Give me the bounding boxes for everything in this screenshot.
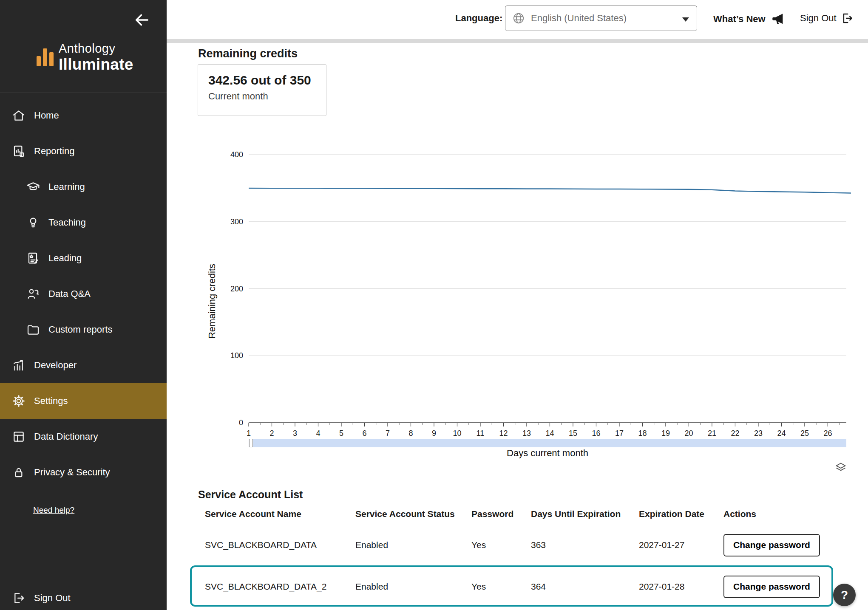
svg-text:2: 2 [269, 429, 274, 438]
language-selected-value: English (United States) [531, 13, 627, 24]
language-label: Language: [455, 13, 502, 24]
svg-text:16: 16 [592, 429, 600, 438]
folder-icon [26, 322, 41, 337]
chart-range-handle[interactable] [249, 439, 253, 447]
table-row: SVC_BLACKBOARD_DATA Enabled Yes 363 2027… [198, 524, 846, 566]
svg-text:7: 7 [386, 429, 390, 438]
app-window: Anthology Illuminate Home Reporting [0, 0, 868, 610]
sidebar-item-label: Home [34, 110, 59, 121]
sidebar-item-label: Data Dictionary [34, 431, 98, 442]
header-sign-out-button[interactable]: Sign Out [800, 12, 854, 25]
need-help-link[interactable]: Need help? [33, 506, 74, 515]
svg-text:6: 6 [362, 429, 366, 438]
sidebar-sign-out-button[interactable]: Sign Out [0, 580, 167, 610]
col-header-name: Service Account Name [198, 509, 349, 519]
remaining-credits-heading: Remaining credits [198, 47, 298, 60]
cell-account-name: SVC_BLACKBOARD_DATA [198, 540, 349, 550]
svg-text:11: 11 [477, 429, 485, 438]
document-star-icon [26, 251, 41, 266]
cell-expiration: 2027-01-28 [632, 582, 717, 592]
chart-range-scrollbar[interactable] [249, 439, 846, 447]
svg-text:13: 13 [522, 429, 531, 438]
graduation-cap-icon [26, 179, 41, 195]
sidebar-item-home[interactable]: Home [0, 98, 167, 133]
svg-text:4: 4 [316, 429, 320, 438]
sidebar-item-custom-reports[interactable]: Custom reports [0, 312, 167, 347]
cell-status: Enabled [349, 582, 465, 592]
svg-text:10: 10 [453, 429, 461, 438]
col-header-password: Password [465, 509, 524, 519]
sidebar-item-label: Leading [48, 253, 82, 264]
sidebar-item-teaching[interactable]: Teaching [0, 205, 167, 240]
svg-text:25: 25 [800, 429, 809, 438]
col-header-expiration: Expiration Date [632, 509, 717, 519]
sidebar-item-privacy-security[interactable]: Privacy & Security [0, 455, 167, 490]
svg-text:12: 12 [499, 429, 508, 438]
whats-new-link[interactable]: What’s New [713, 12, 785, 26]
sidebar-item-label: Developer [34, 360, 77, 371]
content-area: Language: English (United States) What’s… [167, 0, 868, 610]
sidebar-item-settings[interactable]: Settings [0, 383, 167, 419]
sidebar-item-label: Custom reports [48, 324, 112, 335]
lock-icon [11, 465, 26, 480]
col-header-actions: Actions [717, 509, 846, 519]
svg-text:14: 14 [545, 429, 554, 438]
sidebar-divider [0, 93, 167, 93]
sidebar-item-data-qa[interactable]: Data Q&A [0, 276, 167, 312]
svg-text:8: 8 [408, 429, 413, 438]
cell-status: Enabled [349, 540, 465, 550]
svg-text:5: 5 [339, 429, 343, 438]
chevron-down-icon [682, 17, 689, 22]
logo-bars-icon [37, 42, 54, 66]
cell-account-name: SVC_BLACKBOARD_DATA_2 [198, 582, 349, 592]
sidebar-item-label: Learning [48, 181, 85, 192]
cell-days: 364 [524, 582, 632, 592]
logo-text-illuminate: Illuminate [59, 56, 133, 72]
header-sign-out-label: Sign Out [800, 13, 837, 24]
sidebar-item-label: Teaching [48, 217, 86, 228]
svg-text:21: 21 [708, 429, 716, 438]
service-account-table: Service Account Name Service Account Sta… [198, 504, 846, 607]
svg-text:1: 1 [247, 429, 251, 438]
home-icon [11, 108, 26, 123]
sidebar-item-label: Settings [34, 395, 68, 407]
sidebar-item-learning[interactable]: Learning [0, 169, 167, 205]
service-account-list-heading: Service Account List [198, 489, 303, 501]
change-password-button[interactable]: Change password [723, 576, 820, 598]
collapse-sidebar-button[interactable] [133, 11, 151, 30]
credits-caption: Current month [208, 91, 316, 102]
svg-text:200: 200 [230, 285, 243, 293]
cell-days: 363 [524, 540, 632, 550]
sidebar-item-label: Reporting [34, 146, 74, 157]
cell-password: Yes [465, 540, 524, 550]
lightbulb-icon [26, 215, 41, 230]
logo-text-anthology: Anthology [59, 42, 133, 55]
globe-icon [512, 12, 525, 25]
sign-out-icon [11, 590, 26, 606]
svg-text:26: 26 [823, 429, 832, 438]
sidebar-item-data-dictionary[interactable]: Data Dictionary [0, 419, 167, 455]
main-content: Remaining credits 342.56 out of 350 Curr… [167, 43, 868, 610]
sidebar-item-label: Privacy & Security [34, 467, 110, 478]
whats-new-label: What’s New [713, 14, 766, 25]
chart-y-axis-label: Remaining credits [203, 252, 221, 350]
chart-layers-icon[interactable] [835, 462, 848, 474]
sidebar-item-leading[interactable]: Leading [0, 240, 167, 276]
language-dropdown[interactable]: English (United States) [505, 6, 697, 31]
top-header: Language: English (United States) What’s… [167, 0, 868, 39]
anthology-illuminate-logo: Anthology Illuminate [37, 42, 133, 72]
sidebar-nav: Home Reporting Learning Teaching [0, 98, 167, 490]
svg-text:24: 24 [777, 429, 786, 438]
sidebar-item-label: Data Q&A [48, 288, 91, 299]
change-password-button[interactable]: Change password [723, 534, 820, 556]
header-divider [167, 39, 868, 43]
sidebar-item-developer[interactable]: Developer [0, 347, 167, 383]
help-button[interactable]: ? [833, 584, 856, 606]
svg-text:9: 9 [432, 429, 436, 438]
cell-expiration: 2027-01-27 [632, 540, 717, 550]
chart-x-axis-label: Days current month [249, 448, 846, 459]
sidebar-divider [0, 577, 167, 577]
svg-text:15: 15 [569, 429, 577, 438]
sidebar-item-reporting[interactable]: Reporting [0, 133, 167, 169]
bar-chart-icon [11, 358, 26, 373]
